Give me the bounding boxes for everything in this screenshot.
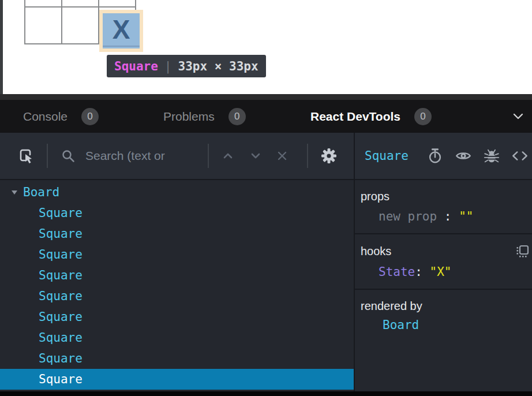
hook-state-key: State [379, 265, 415, 279]
tree-row-square[interactable]: Square [0, 265, 354, 286]
tree-row-label: Square [39, 206, 83, 220]
window-edge [0, 0, 3, 94]
tooltip-separator: | [164, 59, 172, 73]
components-tree-panel: Board Square Square Square Square Square… [0, 133, 354, 391]
component-details-panel: Square [354, 133, 532, 391]
tree-row-square[interactable]: Square [0, 244, 354, 265]
rendered-by-title: rendered by [361, 299, 422, 313]
inspect-element-icon[interactable] [16, 147, 35, 165]
tree-row-board[interactable]: Board [0, 182, 354, 203]
tab-console[interactable]: Console 0 [23, 100, 99, 133]
chevron-expanded-icon[interactable] [10, 188, 18, 196]
tree-row-label: Square [39, 310, 83, 324]
props-section: props new prop : "" [355, 180, 532, 234]
tree-row-square[interactable]: Square [0, 286, 354, 307]
grid-border-through-highlight [103, 46, 140, 47]
new-prop-row[interactable]: new prop : "" [361, 209, 530, 224]
tab-console-badge: 0 [81, 108, 99, 125]
stopwatch-icon[interactable] [426, 147, 444, 165]
hooks-section: hooks State: "X" [355, 234, 532, 290]
board-cell[interactable] [62, 0, 99, 7]
toolbar-separator [208, 144, 209, 168]
browser-page-viewport: X Square | 33px × 33px [0, 0, 532, 94]
tree-row-label: Square [39, 268, 83, 282]
tab-console-label: Console [23, 110, 68, 124]
toolbar-separator [47, 144, 48, 168]
chevron-up-icon[interactable] [219, 147, 237, 165]
tree-row-square-selected[interactable]: Square [0, 369, 354, 390]
tree-row-label: Square [39, 331, 83, 345]
tree-row-label: Square [39, 248, 83, 261]
board-cell[interactable] [25, 7, 62, 44]
tree-row-square[interactable]: Square [0, 327, 354, 348]
tab-problems-label: Problems [163, 110, 215, 124]
details-header: Square [355, 133, 532, 180]
hook-state-row[interactable]: State: "X" [361, 264, 530, 279]
react-devtools-body: Board Square Square Square Square Square… [0, 133, 532, 391]
bug-icon[interactable] [483, 147, 500, 165]
chevron-down-icon[interactable] [511, 110, 525, 124]
tooltip-component-name: Square [114, 59, 158, 73]
tree-row-square[interactable]: Square [0, 307, 354, 327]
tree-row-label: Square [39, 352, 83, 365]
tree-row-square[interactable]: Square [0, 223, 354, 244]
tooltip-dimensions: 33px × 33px [178, 59, 258, 73]
hook-state-value[interactable]: "X" [430, 265, 452, 279]
board-cell[interactable] [62, 7, 99, 44]
search-icon [60, 148, 76, 164]
component-tree: Board Square Square Square Square Square… [0, 180, 354, 391]
element-measure-tooltip: Square | 33px × 33px [107, 55, 266, 77]
chevron-down-icon[interactable] [247, 147, 264, 165]
devtools-drag-divider[interactable] [0, 94, 532, 100]
devtools-window: X Square | 33px × 33px Console 0 Problem… [0, 0, 532, 396]
selected-component-name: Square [365, 149, 409, 163]
eye-icon[interactable] [455, 147, 472, 165]
search-input[interactable] [85, 149, 200, 163]
props-section-title: props [361, 189, 389, 203]
tree-row-label: Board [23, 185, 59, 199]
settings-gear-icon[interactable] [320, 147, 338, 165]
components-toolbar [0, 133, 354, 180]
toolbar-separator [307, 144, 308, 168]
devtools-tabbar: Console 0 Problems 0 React DevTools 0 [0, 100, 532, 133]
tree-row-label: Square [39, 289, 83, 303]
devtools-bottom-edge [0, 391, 532, 396]
parse-hook-names-icon[interactable] [515, 244, 530, 259]
code-brackets-icon[interactable] [511, 147, 529, 165]
tree-row-label: Square [39, 372, 83, 386]
tree-row-square[interactable]: Square [0, 203, 354, 223]
tab-react-devtools-badge: 0 [414, 108, 432, 125]
tree-row-square[interactable]: Square [0, 348, 354, 369]
inspect-highlight-content: X [103, 13, 140, 48]
tab-react-devtools[interactable]: React DevTools 0 [310, 100, 432, 133]
board-cell[interactable] [99, 0, 136, 7]
details-header-actions [426, 147, 529, 165]
hooks-section-title: hooks [361, 244, 391, 258]
new-prop-value[interactable]: "" [459, 210, 473, 223]
tab-react-devtools-label: React DevTools [310, 110, 400, 124]
board-cell[interactable] [25, 0, 62, 7]
rendered-by-owner-link[interactable]: Board [361, 317, 530, 333]
new-prop-key-input[interactable]: new prop [379, 210, 437, 223]
rendered-by-section: rendered by Board [355, 290, 532, 391]
tree-row-label: Square [39, 227, 83, 241]
tab-problems-badge: 0 [228, 108, 246, 125]
clear-search-icon[interactable] [274, 148, 290, 164]
square-cell-value: X [113, 14, 130, 45]
inspect-highlight-padding: X [99, 10, 143, 52]
tab-problems[interactable]: Problems 0 [163, 100, 246, 133]
